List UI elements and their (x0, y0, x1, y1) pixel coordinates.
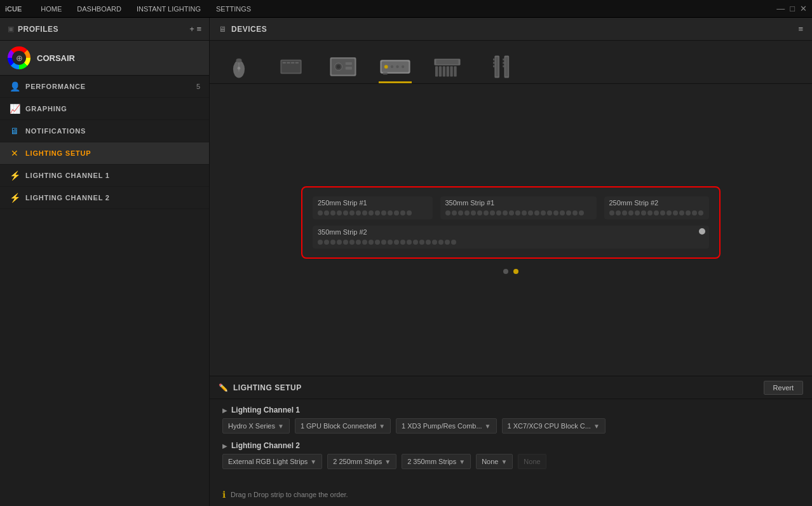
led-dot (667, 210, 672, 215)
device-cooler[interactable] (431, 54, 464, 83)
channel-2-dd3[interactable]: 2 350mm Strips ▼ (402, 454, 471, 469)
channel-2-dd3-arrow: ▼ (459, 458, 465, 465)
strip-2-leds (445, 210, 592, 215)
led-dot (343, 210, 348, 215)
channel-1-dd2[interactable]: 1 GPU Block Connected ▼ (295, 418, 391, 434)
sidebar-item-notifications[interactable]: 🖥 NOTIFICATIONS (0, 120, 209, 142)
svg-rect-34 (493, 62, 494, 64)
channel-2-label: Lighting Channel 2 (231, 441, 300, 450)
page-dot-2[interactable] (513, 269, 518, 274)
sidebar-item-lighting-channel-2[interactable]: ⚡ LIGHTING CHANNEL 2 (0, 187, 209, 209)
led-dot (654, 210, 659, 215)
page-dot-1[interactable] (503, 269, 508, 274)
led-dot (547, 210, 552, 215)
app-title: iCUE (5, 5, 22, 13)
led-dot (566, 210, 571, 215)
led-dot (413, 240, 418, 245)
sidebar-item-graphing[interactable]: 📈 GRAPHING (0, 98, 209, 120)
strip-block-2[interactable]: 350mm Strip #1 (440, 196, 597, 219)
profiles-actions[interactable]: + ≡ (189, 24, 201, 34)
led-dot (635, 210, 640, 215)
channel-2-dd1[interactable]: External RGB Light Strips ▼ (222, 454, 322, 469)
memory-icon (487, 55, 511, 79)
led-dot (394, 240, 399, 245)
led-dot (438, 240, 443, 245)
channel-2-dd2[interactable]: 2 250mm Strips ▼ (327, 454, 396, 469)
strip-1-leds (318, 210, 428, 215)
led-dot (616, 210, 621, 215)
led-dot (553, 210, 558, 215)
lighting-setup-icon: ✕ (9, 148, 20, 158)
nav-settings[interactable]: SETTINGS (210, 4, 257, 14)
channel-1-dd2-arrow: ▼ (379, 423, 385, 430)
hint-bar: ℹ Drag n Drop strip to change the order. (210, 483, 812, 506)
page-dots (503, 269, 518, 274)
channel-1-header[interactable]: ▶ Lighting Channel 1 (222, 406, 799, 414)
devices-header: 🖥 DEVICES ≡ (210, 18, 812, 41)
led-dot (369, 210, 374, 215)
led-dot (647, 210, 653, 215)
revert-button[interactable]: Revert (764, 381, 803, 395)
devices-menu-icon[interactable]: ≡ (798, 24, 803, 34)
led-dot (686, 210, 691, 215)
led-dot (484, 210, 489, 215)
led-dot (330, 210, 335, 215)
channel-2-dd3-value: 2 350mm Strips (407, 458, 456, 465)
strip-block-1[interactable]: 250mm Strip #1 (313, 196, 433, 219)
close-button[interactable]: ✕ (800, 4, 807, 13)
svg-rect-39 (503, 62, 504, 64)
strip-block-3[interactable]: 250mm Strip #2 (604, 196, 710, 219)
performance-icon: 👤 (9, 81, 20, 92)
led-dot (356, 210, 361, 215)
channel-2-header[interactable]: ▶ Lighting Channel 2 (222, 441, 799, 450)
info-icon: ℹ (222, 489, 226, 500)
minimize-button[interactable]: — (776, 4, 785, 13)
channel-1-dd2-value: 1 GPU Block Connected (301, 422, 376, 430)
sidebar-item-performance[interactable]: 👤 PERFORMANCE 5 (0, 76, 209, 98)
led-dot (464, 210, 470, 215)
device-hub[interactable] (379, 54, 412, 83)
channel-1-dd3-arrow: ▼ (485, 423, 491, 430)
led-dot (534, 210, 539, 215)
led-dot (452, 210, 457, 215)
sidebar-item-lighting-setup[interactable]: ✕ LIGHTING SETUP (0, 142, 209, 165)
channel-1-dd4-value: 1 XC7/XC9 CPU Block C... (508, 422, 591, 430)
strip-block-4[interactable]: 350mm Strip #2 (313, 226, 709, 249)
svg-rect-37 (505, 57, 508, 76)
profile-item[interactable]: ⊕ CORSAIR (0, 41, 209, 76)
led-dot (369, 240, 374, 245)
led-dot (388, 210, 393, 215)
led-dot (426, 240, 431, 245)
led-dot (679, 210, 684, 215)
svg-rect-9 (295, 62, 299, 64)
channel-1-dd4[interactable]: 1 XC7/XC9 CPU Block C... ▼ (502, 418, 606, 434)
profiles-label: PROFILES (18, 25, 58, 34)
main-layout: ▣ PROFILES + ≡ ⊕ CORSAIR 👤 PERFORMANCE 5… (0, 18, 812, 506)
svg-rect-26 (439, 66, 442, 76)
channel-2-dd1-value: External RGB Light Strips (228, 458, 308, 465)
led-dot (324, 210, 329, 215)
nav-dashboard[interactable]: DASHBOARD (71, 4, 128, 14)
led-dot (343, 240, 348, 245)
maximize-button[interactable]: □ (790, 4, 795, 13)
sidebar-item-lighting-channel-1[interactable]: ⚡ LIGHTING CHANNEL 1 (0, 165, 209, 187)
svg-rect-22 (383, 72, 388, 74)
device-psu[interactable] (327, 54, 360, 83)
nav-instant-lighting[interactable]: INSTANT LIGHTING (130, 4, 207, 14)
svg-rect-24 (436, 60, 458, 64)
channel-1-dd3-value: 1 XD3 Pump/Res Comb... (402, 422, 482, 430)
drag-handle-icon (699, 228, 705, 235)
led-dot (528, 210, 533, 215)
channel-1-dd1[interactable]: Hydro X Series ▼ (222, 418, 290, 434)
nav-home[interactable]: HOME (34, 4, 68, 14)
device-case[interactable] (274, 54, 308, 83)
strip-row-1: 250mm Strip #1 350mm Strip #1 250mm Stri… (313, 196, 709, 219)
device-memory[interactable] (483, 54, 516, 83)
viz-area: 250mm Strip #1 350mm Strip #1 250mm Stri… (210, 84, 812, 376)
channel-1-dd3[interactable]: 1 XD3 Pump/Res Comb... ▼ (396, 418, 496, 434)
profiles-icon: ▣ (8, 25, 14, 33)
device-mouse[interactable] (222, 54, 255, 83)
channel-2-dd4[interactable]: None ▼ (476, 454, 513, 469)
channel-1-arrow: ▶ (222, 407, 227, 414)
led-dot (375, 240, 380, 245)
